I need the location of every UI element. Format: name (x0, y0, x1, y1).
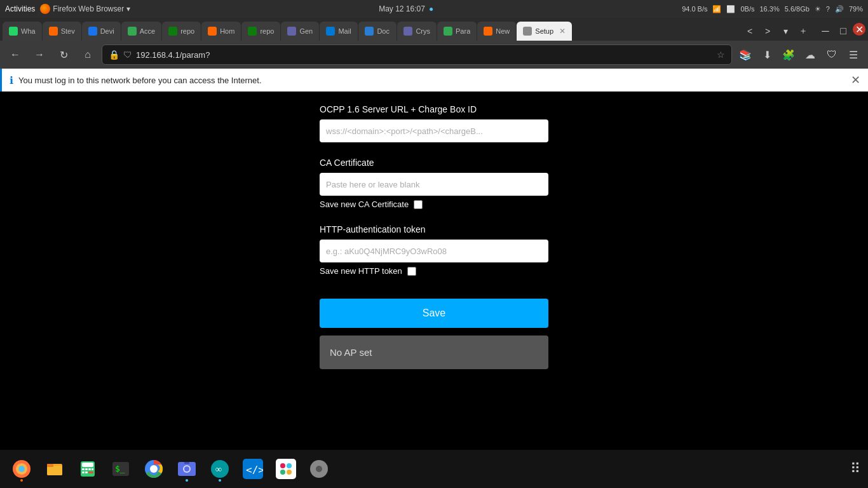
download-icon-btn[interactable]: ⬇ (757, 45, 776, 64)
taskbar-vscode[interactable]: </> (239, 455, 267, 483)
taskbar-arduino[interactable]: ∞ (206, 455, 234, 483)
tab-new[interactable]: New (477, 22, 516, 41)
maximize-button[interactable]: □ (835, 23, 851, 39)
svg-rect-28 (276, 459, 296, 479)
menu-button[interactable]: ☰ (844, 45, 863, 64)
taskbar-files[interactable] (41, 455, 69, 483)
close-button[interactable]: ✕ (853, 23, 865, 36)
tab-acce[interactable]: Acce (121, 22, 161, 41)
wifi-icon: 📶 (712, 5, 721, 13)
tab-doc[interactable]: Doc (358, 22, 397, 41)
arduino-icon: ∞ (210, 459, 230, 479)
ca-cert-input[interactable] (320, 173, 548, 196)
taskbar-slack[interactable] (272, 455, 300, 483)
bookmark-icon-btn[interactable]: 📚 (736, 45, 755, 64)
tab-favicon-para (444, 27, 452, 36)
tab-repo1[interactable]: repo (162, 22, 201, 41)
shield-btn[interactable]: 🛡 (822, 45, 841, 64)
tab-label-new: New (496, 27, 510, 35)
firefox-icon (40, 4, 50, 14)
save-ca-checkbox[interactable] (414, 200, 423, 209)
svg-text:∞: ∞ (215, 464, 222, 474)
svg-point-2 (18, 466, 25, 472)
svg-point-30 (287, 463, 292, 468)
firefox-active-dot (20, 479, 23, 482)
tab-repo2[interactable]: repo (241, 22, 280, 41)
tab-devi[interactable]: Devi (82, 22, 121, 41)
tab-scroll-left[interactable]: < (742, 23, 758, 39)
svg-rect-13 (85, 471, 88, 473)
brightness-icon[interactable]: ☀ (815, 5, 821, 13)
activities-button[interactable]: Activities (5, 4, 35, 13)
no-ap-box: No AP set (320, 336, 548, 369)
tab-crys[interactable]: Crys (397, 22, 437, 41)
svg-rect-8 (82, 468, 85, 470)
files-icon (44, 459, 65, 479)
taskbar-settings[interactable] (305, 455, 333, 483)
tab-label-mail: Mail (338, 27, 351, 35)
tab-label-repo2: repo (260, 27, 274, 35)
slack-icon (276, 459, 296, 479)
save-button[interactable]: Save (320, 299, 548, 328)
taskbar-terminal[interactable]: $_ (107, 455, 135, 483)
tab-label-stev: Stev (61, 27, 75, 35)
svg-point-19 (151, 466, 156, 471)
tab-favicon-devi (88, 27, 97, 36)
tab-stev[interactable]: Stev (43, 22, 81, 41)
tab-setup[interactable]: Setup✕ (517, 22, 572, 41)
tab-favicon-home (208, 27, 217, 36)
volume-icon[interactable]: 🔊 (835, 5, 844, 13)
taskbar-chrome[interactable] (140, 455, 168, 483)
back-button[interactable]: ← (5, 44, 25, 65)
ca-cert-label: CA Certificate (320, 158, 548, 168)
taskbar-calc[interactable] (74, 455, 102, 483)
new-tab-button[interactable]: ＋ (795, 23, 811, 39)
tab-favicon-repo1 (168, 27, 177, 36)
svg-point-22 (184, 466, 189, 471)
info-close-button[interactable]: ✕ (851, 73, 860, 87)
sync-icon-btn[interactable]: ☁ (801, 45, 820, 64)
http-token-input[interactable] (320, 240, 548, 262)
taskbar-screenshot[interactable] (173, 455, 201, 483)
address-bar[interactable]: 🔒 🛡 192.168.4.1/param? ☆ (102, 44, 732, 65)
tab-favicon-whats (9, 27, 18, 36)
forward-button[interactable]: → (29, 44, 50, 65)
reload-button[interactable]: ↻ (53, 44, 74, 65)
screenshot-dot (186, 479, 188, 482)
calc-icon (78, 459, 98, 479)
app-grid-button[interactable]: ⠿ (850, 461, 860, 477)
tab-mail[interactable]: Mail (320, 22, 358, 41)
nav-bar: ← → ↻ ⌂ 🔒 🛡 192.168.4.1/param? ☆ 📚 ⬇ 🧩 ☁… (0, 41, 868, 69)
tab-favicon-new (484, 27, 492, 36)
tab-label-gen: Gen (299, 27, 313, 35)
settings-icon (309, 459, 329, 479)
home-button[interactable]: ⌂ (78, 44, 98, 65)
tab-home[interactable]: Hom (201, 22, 241, 41)
tab-gen[interactable]: Gen (281, 22, 319, 41)
tab-whats[interactable]: Wha (3, 22, 42, 41)
app-label: Firefox Web Browser ▾ (40, 4, 130, 14)
svg-rect-11 (92, 468, 93, 470)
tab-list-button[interactable]: ▾ (777, 23, 794, 39)
dropdown-arrow[interactable]: ▾ (126, 4, 130, 13)
tab-favicon-stev (49, 27, 58, 36)
battery: 79% (849, 5, 863, 13)
taskbar-firefox[interactable] (8, 455, 36, 483)
ocpp-label: OCPP 1.6 Server URL + Charge Box ID (320, 104, 548, 114)
terminal-icon: $_ (111, 459, 131, 479)
ocpp-input[interactable] (320, 119, 548, 142)
svg-point-29 (280, 463, 285, 468)
setup-form: OCPP 1.6 Server URL + Charge Box ID CA C… (320, 104, 548, 369)
tab-scroll-right[interactable]: > (759, 23, 776, 39)
bookmark-star-icon[interactable]: ☆ (717, 50, 725, 60)
svg-point-31 (280, 470, 285, 475)
minimize-button[interactable]: ─ (817, 23, 834, 39)
tab-para[interactable]: Para (437, 22, 477, 41)
extension-icon-btn[interactable]: 🧩 (779, 45, 798, 64)
save-http-checkbox[interactable] (407, 267, 416, 276)
question-icon[interactable]: ? (826, 5, 830, 13)
tab-label-para: Para (456, 27, 470, 35)
tab-favicon-gen (287, 27, 296, 36)
tab-label-home: Hom (220, 27, 234, 35)
tab-close-setup[interactable]: ✕ (559, 27, 566, 36)
